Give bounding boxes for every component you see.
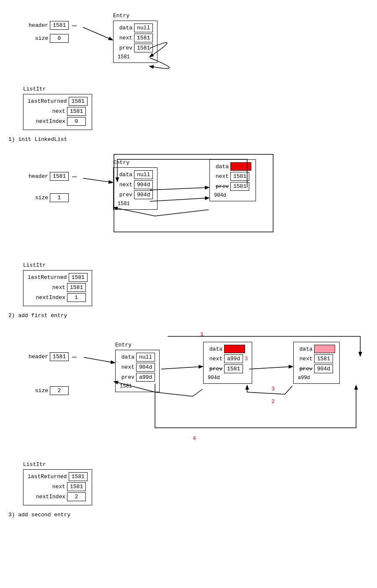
section-label-2: 2) add first entry — [8, 312, 369, 319]
listitr-lastReturned-1: 1581 — [69, 97, 88, 106]
entry-prev-1: 1581 — [134, 44, 153, 52]
listitr-lastReturned-2: 1581 — [69, 273, 88, 282]
red-num-2: 2 — [271, 398, 275, 405]
entry3-title: Entry — [115, 342, 160, 348]
svg-line-6 — [161, 367, 202, 369]
size-label-1: size — [25, 35, 48, 42]
data-label-1: data — [118, 25, 132, 31]
svg-line-4 — [150, 198, 209, 201]
listitr-next-label-1: next — [28, 108, 65, 114]
entry-title-1: Entry — [113, 13, 158, 19]
listitr-next-1: 1581 — [67, 107, 86, 116]
entry-next-1: 1581 — [134, 34, 153, 42]
header-label-2: header — [25, 173, 48, 180]
listitr-nextIndex-2: 1 — [67, 293, 86, 302]
size-label-2: size — [25, 195, 48, 201]
e2-data-2-red — [230, 162, 251, 171]
size-value-2: 1 — [50, 193, 69, 202]
listitr-box-2: lastReturned 1581 next 1581 nextIndex 1 — [23, 270, 92, 306]
red-num-3: 3 — [271, 386, 275, 392]
entry2-title: Entry — [113, 159, 158, 166]
next-label-1: next — [118, 35, 132, 41]
svg-line-7 — [249, 367, 292, 369]
svg-line-3 — [150, 187, 209, 190]
arrows-section2 — [8, 151, 377, 260]
listitr-nextIndex-1: 0 — [67, 117, 86, 126]
e2-next-2: 1581 — [230, 172, 249, 181]
prev-label-1: prev — [118, 45, 132, 51]
e3-data-2-red — [224, 345, 245, 353]
svg-line-1 — [83, 178, 112, 182]
listitr-lastReturned-label-1: lastReturned — [28, 98, 67, 104]
listitr-next-2: 1581 — [67, 283, 86, 292]
listitr-title-2: ListItr — [23, 262, 369, 268]
listitr-title-1: ListItr — [23, 86, 369, 92]
listitr-box-3: lastReturned 1581 next 1581 nextIndex 2 — [23, 469, 92, 505]
header-value-1: 1581 — [50, 21, 69, 30]
listitr-title-3: ListItr — [23, 461, 369, 468]
entry-addr-1: 1581 — [118, 54, 153, 60]
section-label-1: 1) init LinkedList — [8, 136, 369, 143]
e2-prev-1: 904d — [134, 190, 153, 199]
header-value-2: 1581 — [50, 172, 69, 181]
listitr-box-1: lastReturned 1581 next 1581 nextIndex 0 — [23, 94, 92, 130]
size-value-1: 0 — [50, 34, 69, 43]
header-label: header — [25, 22, 48, 29]
e2-prev-2: 1581 — [230, 182, 249, 191]
section-label-3: 3) add second entry — [8, 512, 369, 518]
arrows-section1 — [8, 8, 377, 84]
red-num-4: 4 — [193, 435, 196, 442]
e3-data-3-pink — [314, 345, 335, 353]
e2-data-1: null — [134, 170, 153, 179]
e2-next-1: 904d — [134, 180, 153, 189]
listitr-nextIndex-label-1: nextIndex — [28, 118, 65, 125]
red-num-1: 1 — [200, 331, 204, 338]
svg-line-0 — [83, 27, 112, 40]
svg-line-5 — [84, 357, 114, 363]
entry-data-1: null — [134, 23, 153, 32]
